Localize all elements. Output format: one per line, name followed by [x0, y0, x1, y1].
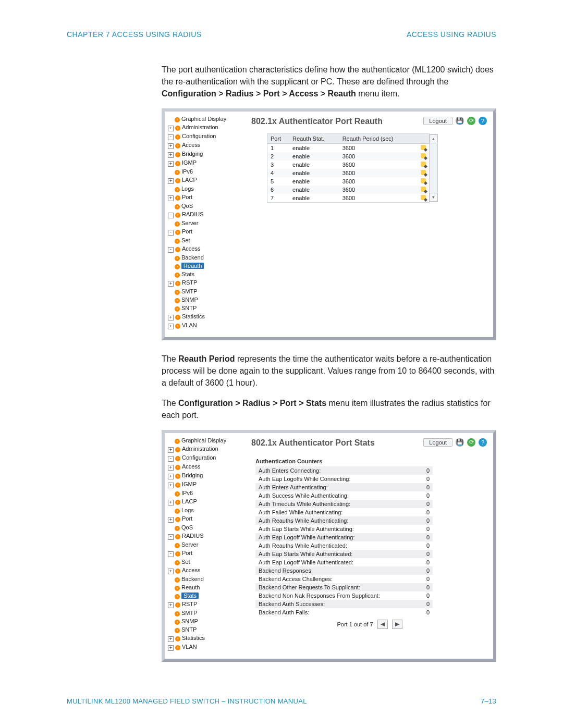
tree-item-administration[interactable]: +›Administration — [168, 123, 241, 132]
tree-item-vlan[interactable]: +›VLAN — [168, 321, 241, 330]
tree-toggle-icon[interactable]: + — [168, 152, 174, 158]
tree-toggle-icon[interactable]: + — [168, 143, 174, 149]
pager-next-icon[interactable]: ▶ — [392, 620, 402, 629]
help-icon[interactable]: ? — [479, 438, 487, 447]
scrollbar[interactable]: ▴ ▾ — [429, 134, 438, 202]
tree-item-sntp[interactable]: ›SNTP — [168, 625, 241, 634]
save-icon[interactable]: 💾 — [456, 438, 464, 447]
tree-item-set[interactable]: ›Set — [168, 236, 241, 244]
tree-item-igmp[interactable]: +›IGMP — [168, 480, 241, 489]
logout-button[interactable]: Logout — [423, 438, 452, 447]
tree-toggle-icon[interactable]: - — [168, 134, 174, 140]
tree-item-server[interactable]: ›Server — [168, 219, 241, 227]
tree-item-bridging[interactable]: +›Bridging — [168, 150, 241, 158]
tree-item-sntp[interactable]: ›SNTP — [168, 304, 241, 312]
tree-item-ipv6[interactable]: ›IPv6 — [168, 489, 241, 497]
tree-item-igmp[interactable]: +›IGMP — [168, 158, 241, 167]
tree-toggle-icon[interactable]: + — [168, 324, 174, 329]
tree-item-backend[interactable]: ›Backend — [168, 253, 241, 262]
tree-toggle-icon[interactable]: + — [168, 474, 174, 479]
tree-item-configuration[interactable]: -›Configuration — [168, 453, 241, 462]
scroll-up-icon[interactable]: ▴ — [430, 134, 437, 143]
refresh-icon[interactable]: ⟳ — [467, 438, 475, 447]
edit-icon[interactable] — [421, 145, 426, 150]
tree-item-smtp[interactable]: ›SMTP — [168, 609, 241, 617]
tree-toggle-icon[interactable]: - — [168, 534, 174, 540]
edit-icon[interactable] — [421, 153, 426, 158]
tree-item-qos[interactable]: ›QoS — [168, 523, 241, 532]
tree-toggle-icon[interactable]: + — [168, 602, 174, 608]
bullet-icon: › — [175, 290, 180, 295]
table-row: 4enable3600 — [267, 169, 429, 177]
tree-toggle-icon[interactable]: + — [168, 465, 174, 471]
tree-item-ipv6[interactable]: ›IPv6 — [168, 167, 241, 176]
tree-item-radius-stats[interactable]: ›Stats — [168, 591, 241, 600]
tree-toggle-icon[interactable]: - — [168, 213, 174, 218]
tree-item-radius-port[interactable]: -›Port — [168, 549, 241, 558]
tree-item-snmp[interactable]: ›SNMP — [168, 295, 241, 304]
tree-toggle-icon[interactable]: + — [168, 315, 174, 320]
tree-item-bridging[interactable]: +›Bridging — [168, 471, 241, 480]
tree-item-access[interactable]: +›Access — [168, 141, 241, 150]
tree-toggle-icon[interactable]: + — [168, 281, 174, 287]
tree-item-lacp[interactable]: +›LACP — [168, 497, 241, 506]
edit-icon[interactable] — [421, 195, 426, 200]
tree-item-reauth[interactable]: ›Reauth — [168, 262, 241, 270]
tree-item-lacp[interactable]: +›LACP — [168, 176, 241, 184]
tree-toggle-icon[interactable]: + — [168, 517, 174, 523]
tree-toggle-icon[interactable]: - — [168, 230, 174, 236]
tree-item-reauth[interactable]: ›Reauth — [168, 583, 241, 591]
tree-item-radius-access[interactable]: +›Access — [168, 566, 241, 575]
tree-item-graphical-display[interactable]: ›Graphical Display — [168, 115, 241, 123]
tree-item-statistics[interactable]: +›Statistics — [168, 634, 241, 643]
logout-button[interactable]: Logout — [423, 117, 452, 125]
tree-item-configuration[interactable]: -›Configuration — [168, 132, 241, 141]
tree-item-radius-access[interactable]: -›Access — [168, 244, 241, 253]
tree-item-set[interactable]: ›Set — [168, 558, 241, 566]
save-icon[interactable]: 💾 — [456, 117, 464, 125]
tree-item-graphical-display[interactable]: ›Graphical Display — [168, 436, 241, 445]
tree-item-port[interactable]: +›Port — [168, 514, 241, 523]
tree-toggle-icon[interactable]: + — [168, 500, 174, 505]
tree-item-vlan[interactable]: +›VLAN — [168, 643, 241, 651]
tree-toggle-icon[interactable]: + — [168, 126, 174, 131]
tree-item-access[interactable]: +›Access — [168, 462, 241, 471]
scroll-down-icon[interactable]: ▾ — [430, 193, 437, 202]
edit-icon[interactable] — [421, 170, 426, 175]
tree-toggle-icon[interactable]: - — [168, 247, 174, 253]
help-icon[interactable]: ? — [479, 117, 487, 125]
tree-toggle-icon[interactable]: - — [168, 456, 174, 462]
tree-toggle-icon[interactable]: + — [168, 178, 174, 184]
pager-prev-icon[interactable]: ◀ — [377, 620, 388, 629]
tree-item-snmp[interactable]: ›SNMP — [168, 617, 241, 625]
refresh-icon[interactable]: ⟳ — [467, 117, 475, 125]
tree-item-radius[interactable]: -›RADIUS — [168, 210, 241, 219]
tree-toggle-icon[interactable]: + — [168, 636, 174, 642]
tree-item-rstp[interactable]: +›RSTP — [168, 600, 241, 609]
bullet-icon: › — [175, 221, 180, 227]
tree-toggle-icon[interactable]: - — [168, 551, 174, 557]
tree-item-administration[interactable]: +›Administration — [168, 445, 241, 453]
tree-toggle-icon[interactable]: + — [168, 161, 174, 167]
tree-item-smtp[interactable]: ›SMTP — [168, 287, 241, 295]
tree-item-qos[interactable]: ›QoS — [168, 202, 241, 210]
tree-item-logs[interactable]: ›Logs — [168, 184, 241, 193]
tree-item-radius[interactable]: -›RADIUS — [168, 532, 241, 540]
tree-toggle-icon[interactable]: + — [168, 195, 174, 201]
tree-item-radius-stats[interactable]: ›Stats — [168, 270, 241, 278]
tree-item-backend[interactable]: ›Backend — [168, 575, 241, 583]
bullet-icon: › — [175, 239, 180, 244]
tree-item-logs[interactable]: ›Logs — [168, 506, 241, 514]
tree-item-server[interactable]: ›Server — [168, 540, 241, 549]
tree-item-statistics[interactable]: +›Statistics — [168, 312, 241, 321]
tree-toggle-icon[interactable]: + — [168, 645, 174, 651]
edit-icon[interactable] — [421, 162, 426, 167]
tree-toggle-icon[interactable]: + — [168, 483, 174, 488]
tree-toggle-icon[interactable]: + — [168, 569, 174, 574]
edit-icon[interactable] — [421, 187, 426, 192]
tree-item-rstp[interactable]: +›RSTP — [168, 278, 241, 287]
tree-item-port[interactable]: +›Port — [168, 193, 241, 202]
tree-toggle-icon[interactable]: + — [168, 447, 174, 453]
edit-icon[interactable] — [421, 178, 426, 183]
tree-item-radius-port[interactable]: -›Port — [168, 227, 241, 236]
